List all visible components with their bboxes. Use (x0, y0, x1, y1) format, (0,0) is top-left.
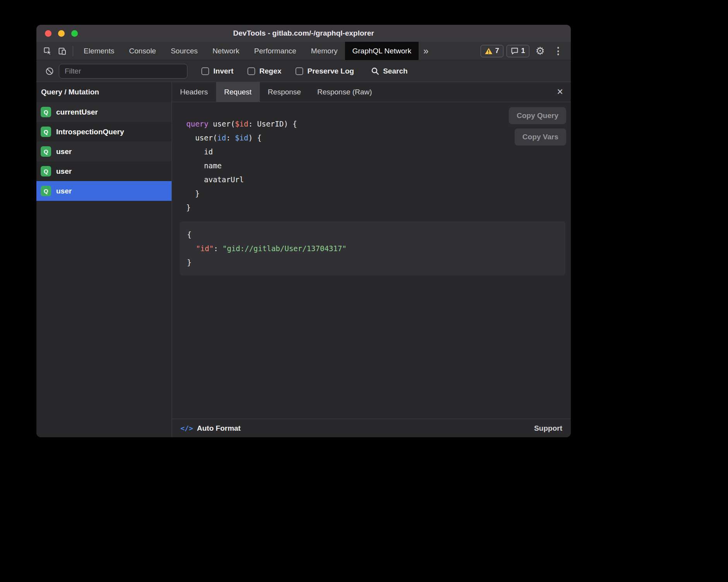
close-window-button[interactable] (45, 30, 52, 37)
zoom-window-button[interactable] (71, 30, 78, 37)
close-detail-icon[interactable]: × (557, 87, 563, 97)
query-item-label: currentUser (56, 108, 98, 116)
device-toolbar-icon (57, 46, 67, 56)
kebab-menu-icon[interactable]: ⋮ (551, 45, 565, 56)
query-type-badge: Q (41, 127, 51, 137)
copy-vars-button[interactable]: Copy Vars (515, 128, 566, 146)
toolbar-right-group: 7 1 ⚙ ⋮ (481, 45, 571, 57)
title-bar: DevTools - gitlab.com/-/graphql-explorer (36, 25, 571, 42)
search-icon (371, 67, 379, 75)
inspect-element-button[interactable] (40, 43, 55, 59)
query-list-header: Query / Mutation (36, 82, 172, 102)
code-line: "id": "gid://gitlab/User/13704317" (187, 241, 558, 255)
request-body: Copy Query Copy Vars query user($id: Use… (172, 102, 571, 419)
tab-response[interactable]: Response (260, 82, 309, 102)
main-split: Query / Mutation Q currentUser Q Introsp… (36, 82, 571, 437)
clear-button[interactable] (42, 67, 57, 76)
tab-elements[interactable]: Elements (76, 42, 122, 60)
preserve-log-checkbox[interactable]: Preserve Log (295, 67, 354, 75)
detail-panel: Headers Request Response Response (Raw) … (172, 82, 571, 437)
more-tabs-chevron[interactable]: » (419, 46, 433, 56)
search-button[interactable]: Search (371, 67, 407, 75)
chat-bubble-icon (511, 47, 519, 55)
tab-response-raw[interactable]: Response (Raw) (309, 82, 380, 102)
code-line: avatarUrl (186, 173, 571, 187)
tab-headers[interactable]: Headers (172, 82, 216, 102)
filter-input[interactable] (59, 64, 187, 79)
query-list-item-currentuser[interactable]: Q currentUser (36, 102, 172, 122)
message-count: 1 (521, 47, 525, 55)
code-line: } (187, 255, 558, 269)
query-list-item-user-3-selected[interactable]: Q user (36, 181, 172, 201)
auto-format-button[interactable]: </> Auto Format (180, 424, 240, 433)
settings-gear-icon[interactable]: ⚙ (532, 45, 548, 57)
invert-checkbox-label: Invert (213, 67, 234, 75)
preserve-log-checkbox-label: Preserve Log (307, 67, 354, 75)
tab-request[interactable]: Request (216, 82, 260, 102)
filter-bar: Invert Regex Preserve Log Search (36, 60, 571, 82)
query-item-label: user (56, 187, 72, 195)
query-list-item-user-2[interactable]: Q user (36, 161, 172, 181)
query-type-badge: Q (41, 186, 51, 196)
detail-footer: </> Auto Format Support (172, 419, 571, 437)
query-item-label: user (56, 167, 72, 176)
messages-badge[interactable]: 1 (507, 45, 529, 57)
graphql-variables-box: { "id": "gid://gitlab/User/13704317"} (180, 221, 565, 276)
block-icon (45, 67, 54, 76)
query-list-item-user-1[interactable]: Q user (36, 142, 172, 161)
code-line: name (186, 159, 571, 173)
query-type-badge: Q (41, 146, 51, 157)
warning-count: 7 (495, 47, 499, 55)
invert-checkbox[interactable]: Invert (201, 67, 234, 75)
devtools-window: DevTools - gitlab.com/-/graphql-explorer… (36, 25, 571, 437)
preserve-log-checkbox-box[interactable] (295, 67, 303, 75)
auto-format-label: Auto Format (197, 424, 241, 433)
query-item-label: IntrospectionQuery (56, 128, 124, 136)
support-link[interactable]: Support (534, 424, 562, 433)
tab-sources[interactable]: Sources (163, 42, 205, 60)
code-line: } (186, 187, 571, 200)
code-line: } (186, 200, 571, 214)
copy-query-button[interactable]: Copy Query (509, 107, 566, 124)
query-type-badge: Q (41, 166, 51, 176)
tab-memory[interactable]: Memory (304, 42, 345, 60)
inspect-cursor-icon (43, 46, 53, 56)
tab-performance[interactable]: Performance (247, 42, 304, 60)
warnings-badge[interactable]: 7 (481, 45, 503, 57)
code-line: id (186, 145, 571, 159)
regex-checkbox[interactable]: Regex (247, 67, 282, 75)
query-list-panel: Query / Mutation Q currentUser Q Introsp… (36, 82, 172, 437)
code-line: { (187, 228, 558, 241)
tab-graphql-network[interactable]: GraphQL Network (345, 42, 419, 60)
regex-checkbox-box[interactable] (247, 67, 255, 75)
copy-buttons: Copy Query Copy Vars (509, 107, 566, 146)
code-brackets-icon: </> (180, 424, 193, 432)
device-toolbar-button[interactable] (55, 43, 70, 59)
detail-tab-bar: Headers Request Response Response (Raw) … (172, 82, 571, 102)
query-type-badge: Q (41, 107, 51, 117)
search-label: Search (383, 67, 407, 75)
tab-network[interactable]: Network (205, 42, 247, 60)
query-list-item-introspectionquery[interactable]: Q IntrospectionQuery (36, 122, 172, 142)
devtools-tab-bar: Elements Console Sources Network Perform… (36, 42, 571, 60)
traffic-lights (45, 30, 78, 37)
invert-checkbox-box[interactable] (201, 67, 209, 75)
window-title: DevTools - gitlab.com/-/graphql-explorer (36, 29, 571, 38)
tab-console[interactable]: Console (122, 42, 163, 60)
query-item-label: user (56, 147, 72, 156)
warning-icon (485, 48, 493, 55)
regex-checkbox-label: Regex (259, 67, 282, 75)
toolbar-divider (73, 46, 73, 56)
minimize-window-button[interactable] (58, 30, 65, 37)
